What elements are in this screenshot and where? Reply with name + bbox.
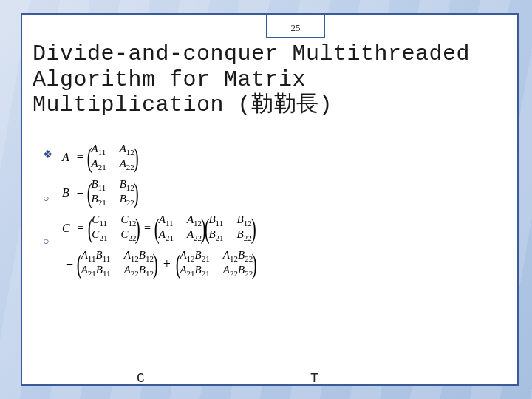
lparen-icon: ( — [77, 251, 82, 276]
equals-icon: = — [66, 258, 73, 270]
var-A: A — [62, 151, 69, 163]
equals-icon: = — [144, 222, 151, 234]
matrix-C: C11C12C21C22 — [92, 214, 136, 242]
matrix-A: A11A12A21A22 — [91, 143, 134, 171]
lparen-icon: ( — [205, 216, 210, 241]
matrix-B: B11B12B21B22 — [91, 179, 134, 207]
equals-icon: = — [77, 187, 83, 199]
plus-icon: + — [163, 257, 171, 270]
eq-C: C = ( C11C12C21C22 ) = ( A11A12A21A22 ) … — [62, 214, 256, 242]
bullet-3: ○ — [43, 235, 52, 247]
rparen-icon: ) — [135, 216, 140, 241]
var-C: C — [62, 222, 70, 234]
lparen-icon: ( — [88, 216, 93, 241]
label-C: C — [137, 371, 145, 386]
eq-expansion: = ( A11B11A12B12A21B11A22B12 ) + ( A12B2… — [62, 250, 256, 278]
lparen-icon: ( — [176, 251, 181, 276]
rparen-icon: ) — [134, 145, 139, 170]
slide-title: Divide-and-conquer Multithreaded Algorit… — [33, 41, 507, 118]
bullet-2: ○ — [43, 192, 52, 204]
eq-B: B = ( B11B12B21B22 ) — [62, 179, 256, 207]
matrix-sum-left: A11B11A12B12A21B11A22B12 — [81, 250, 154, 278]
matrix-prodB: B11B12B21B22 — [208, 214, 251, 242]
rparen-icon: ) — [251, 216, 256, 241]
page-number-box: 25 — [266, 13, 325, 38]
lparen-icon: ( — [87, 180, 92, 205]
bullet-list: ❖ ○ ○ — [43, 148, 52, 278]
bullet-1: ❖ — [43, 148, 52, 161]
matrix-prodA: A11A12A21A22 — [159, 214, 202, 242]
slide-frame: 25 Divide-and-conquer Multithreaded Algo… — [21, 13, 519, 386]
equals-icon: = — [77, 151, 83, 163]
rparen-icon: ) — [153, 251, 158, 276]
rparen-icon: ) — [134, 180, 139, 205]
page-number: 25 — [291, 22, 301, 34]
lparen-icon: ( — [87, 145, 92, 170]
equals-icon: = — [78, 222, 84, 234]
rparen-icon: ) — [252, 251, 257, 276]
label-T: T — [310, 371, 318, 386]
equations-block: A = ( A11A12A21A22 ) B = ( B11B12B21B22 … — [62, 143, 256, 285]
lparen-icon: ( — [154, 216, 160, 241]
var-B: B — [62, 187, 69, 199]
eq-A: A = ( A11A12A21A22 ) — [62, 143, 256, 171]
matrix-sum-right: A12B21A12B22A21B21A22B22 — [180, 250, 253, 278]
